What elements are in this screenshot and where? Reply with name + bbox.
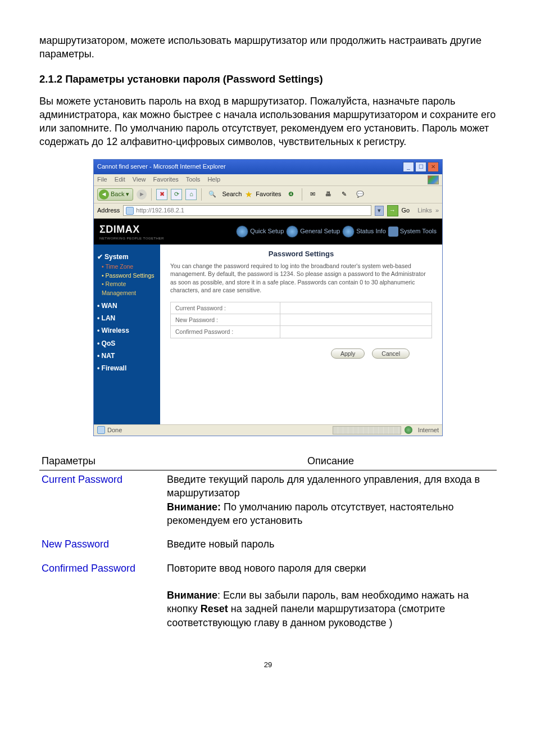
globe-icon [286, 225, 298, 238]
sidebar-remote-management[interactable]: Remote Management [102, 280, 157, 298]
menu-tools[interactable]: Tools [186, 176, 201, 183]
desc-confirmed-password: Повторите ввод нового пароля для сверки … [165, 559, 497, 637]
progress-bar [333, 426, 401, 434]
sidebar-lan[interactable]: LAN [97, 314, 157, 323]
apply-button[interactable]: Apply [331, 348, 365, 359]
mail-button[interactable]: ✉ [307, 188, 319, 201]
tools-icon [388, 227, 398, 237]
status-text: Done [107, 426, 122, 434]
status-bar: Done Internet [94, 424, 442, 436]
history-button[interactable]: ❹ [285, 188, 297, 201]
sidebar-firewall[interactable]: Firewall [97, 364, 157, 373]
table-row: Current Password Введите текущий пароль … [39, 470, 497, 535]
desc-new-password: Введите новый пароль [165, 535, 497, 559]
page-icon [126, 207, 134, 215]
window-caption-buttons: _ ☐ ✕ [403, 162, 439, 172]
router-page: ΣDIMAX NETWORKING PEOPLE TOGETHER Quick … [94, 219, 442, 424]
discuss-button[interactable]: 💬 [354, 188, 366, 201]
maximize-button[interactable]: ☐ [415, 162, 426, 172]
embedded-screenshot: Cannot find server - Microsoft Internet … [93, 159, 443, 436]
nav-status-info[interactable]: Status Info [342, 225, 386, 238]
links-chevron-icon: » [435, 206, 439, 215]
toolbar-separator [151, 188, 152, 201]
password-form: Current Password : New Password : Confir… [170, 302, 432, 338]
logo-subtext: NETWORKING PEOPLE TOGETHER [99, 236, 164, 241]
nav-system-tools[interactable]: System Tools [388, 227, 437, 237]
logo-text: ΣDIMAX [99, 224, 140, 235]
sidebar-password-settings[interactable]: Password Settings [102, 271, 157, 280]
home-button[interactable]: ⌂ [185, 189, 197, 200]
menu-edit[interactable]: Edit [115, 176, 125, 183]
address-value: http://192.168.2.1 [136, 206, 184, 215]
page-number: 29 [39, 660, 497, 670]
param-new-password: New Password [39, 535, 165, 559]
desc-current-password: Введите текущий пароль для удаленного уп… [165, 470, 497, 535]
menu-file[interactable]: File [97, 176, 107, 183]
toolbar-separator [201, 188, 202, 201]
sidebar-qos[interactable]: QoS [97, 339, 157, 348]
menu-bar: File Edit View Favorites Tools Help [94, 174, 442, 186]
minimize-button[interactable]: _ [403, 162, 414, 172]
close-button[interactable]: ✕ [428, 162, 439, 172]
favorites-label: Favorites [256, 190, 281, 198]
forward-button[interactable]: ► [137, 189, 147, 200]
toolbar: ◄ Back ▾ ► ✖ ⟳ ⌂ 🔍 Search ★ Favorites ❹ … [94, 186, 442, 203]
nav-quick-setup[interactable]: Quick Setup [236, 225, 284, 238]
label-confirmed-password: Confirmed Password : [171, 326, 280, 338]
router-sidebar: System Time Zone Password Settings Remot… [94, 245, 160, 424]
address-field[interactable]: http://192.168.2.1 [123, 205, 371, 216]
input-current-password[interactable] [285, 304, 429, 312]
input-new-password[interactable] [285, 316, 429, 324]
search-button[interactable]: 🔍 [206, 188, 219, 201]
sidebar-time-zone[interactable]: Time Zone [102, 262, 157, 271]
links-label[interactable]: Links [417, 206, 432, 215]
address-label: Address [97, 206, 120, 215]
search-label: Search [222, 190, 242, 198]
back-arrow-icon: ◄ [99, 189, 109, 200]
toolbar-separator [302, 188, 302, 201]
go-button[interactable]: → [387, 205, 398, 216]
stop-button[interactable]: ✖ [156, 189, 167, 200]
sidebar-system[interactable]: System [97, 252, 157, 261]
cancel-button[interactable]: Cancel [372, 348, 410, 359]
print-button[interactable]: 🖶 [322, 188, 335, 201]
back-dropdown-icon: ▾ [126, 190, 129, 198]
router-header: ΣDIMAX NETWORKING PEOPLE TOGETHER Quick … [94, 219, 442, 245]
sidebar-wan[interactable]: WAN [97, 301, 157, 310]
sidebar-wireless[interactable]: Wireless [97, 326, 157, 335]
col-description: Описание [165, 453, 497, 470]
label-current-password: Current Password : [171, 302, 280, 314]
nav-general-setup[interactable]: General Setup [286, 225, 340, 238]
globe-icon [342, 225, 355, 238]
section-heading: 2.1.2 Параметры установки пароля (Passwo… [39, 73, 497, 87]
edit-button[interactable]: ✎ [338, 188, 351, 201]
table-row: Confirmed Password Повторите ввод нового… [39, 559, 497, 637]
window-titlebar: Cannot find server - Microsoft Internet … [94, 160, 442, 174]
content-title: Password Settings [170, 249, 432, 259]
menu-favorites[interactable]: Favorites [153, 176, 179, 183]
param-confirmed-password: Confirmed Password [39, 559, 165, 637]
favorites-icon[interactable]: ★ [245, 189, 252, 200]
label-new-password: New Password : [171, 314, 280, 326]
parameters-table: Параметры Описание Current Password Введ… [39, 453, 497, 637]
router-content: Password Settings You can change the pas… [160, 245, 442, 424]
button-row: Apply Cancel [170, 348, 432, 359]
refresh-button[interactable]: ⟳ [171, 189, 182, 200]
menu-view[interactable]: View [133, 176, 146, 183]
back-button[interactable]: ◄ Back ▾ [97, 188, 133, 201]
sidebar-nat[interactable]: NAT [97, 351, 157, 360]
param-current-password: Current Password [39, 470, 165, 535]
status-page-icon [97, 426, 105, 434]
description-paragraph: Вы можете установить пароль на вход в ма… [39, 94, 497, 149]
globe-icon [236, 225, 248, 238]
input-confirmed-password[interactable] [285, 328, 429, 336]
menu-items: File Edit View Favorites Tools Help [97, 175, 226, 184]
window-title: Cannot find server - Microsoft Internet … [97, 162, 226, 171]
menu-help[interactable]: Help [207, 176, 220, 183]
router-body: System Time Zone Password Settings Remot… [94, 245, 442, 424]
go-label: Go [402, 206, 410, 215]
address-dropdown-icon[interactable]: ▾ [375, 206, 384, 216]
address-bar: Address http://192.168.2.1 ▾ → Go Links … [94, 203, 442, 219]
router-logo: ΣDIMAX NETWORKING PEOPLE TOGETHER [99, 223, 164, 241]
intro-paragraph: маршрутизатором, можете использовать мар… [39, 34, 497, 61]
